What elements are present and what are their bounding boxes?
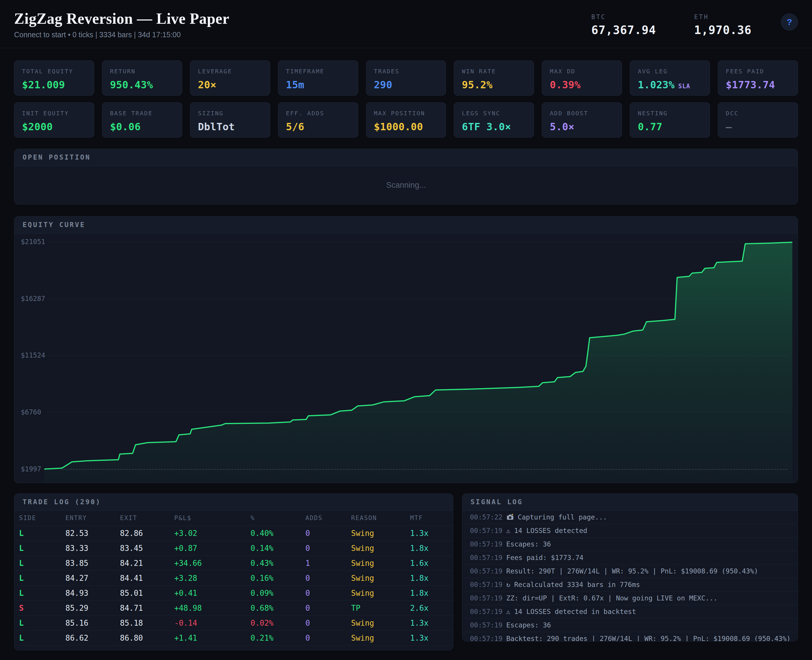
stat-value-text: 950.43% <box>110 79 153 90</box>
stat-value-text: 20× <box>198 79 216 90</box>
pnl-cell: +3.28 <box>174 574 251 582</box>
stat-label: NESTING <box>638 110 702 117</box>
equity-curve-svg <box>44 233 792 483</box>
pnl-cell: -0.14 <box>174 619 251 627</box>
signal-log-body[interactable]: 00:57:22Capturing full page...00:57:19⚠1… <box>462 511 798 641</box>
stat-value: 950.43% <box>110 79 174 90</box>
stat-card-avg-leg: AVG LEG1.023%SLA <box>630 60 710 96</box>
signal-log-panel: SIGNAL LOG 00:57:22Capturing full page..… <box>462 493 798 641</box>
equity-curve-panel: EQUITY CURVE $21051$16287$11524$6760$199… <box>14 216 798 483</box>
log-timestamp: 00:57:22 <box>470 513 503 521</box>
stat-label: LEGS SYNC <box>462 110 526 117</box>
exit-cell: 83.45 <box>120 544 174 553</box>
stat-card-leverage: LEVERAGE20× <box>190 60 270 96</box>
pct-cell: 0.40% <box>251 529 305 538</box>
side-cell: L <box>19 529 65 538</box>
trade-col-adds: ADDS <box>305 514 351 522</box>
adds-cell: 0 <box>305 589 351 598</box>
pct-cell: 0.02% <box>251 619 305 627</box>
chart-gridline <box>47 412 788 412</box>
reason-cell: Swing <box>351 634 410 643</box>
side-cell: L <box>19 544 65 553</box>
y-axis-label: $6760 <box>21 408 41 416</box>
stat-value-text: 5.0× <box>550 121 574 133</box>
pct-cell: 0.16% <box>251 574 305 582</box>
list-item: 00:57:19⚠14 LOSSES detected <box>462 524 798 538</box>
app-root: ZigZag Reversion — Live Paper Connect to… <box>0 0 812 660</box>
chart-gridline <box>47 298 788 299</box>
help-button[interactable]: ? <box>781 13 798 30</box>
chart-gridline <box>47 242 788 242</box>
list-item: 00:57:19Escapes: 36 <box>462 619 798 632</box>
camera-icon <box>506 513 514 521</box>
exit-cell: 86.80 <box>120 634 174 643</box>
pct-cell: 0.14% <box>251 544 305 553</box>
side-cell: L <box>19 634 65 643</box>
trade-log-body[interactable]: L82.5382.86+3.020.40%0Swing1.3xL83.3383.… <box>14 526 453 646</box>
y-axis-label: $21051 <box>21 238 45 246</box>
chart-gridline <box>61 469 788 470</box>
stat-value: $21.009 <box>22 79 86 90</box>
log-timestamp: 00:57:19 <box>470 635 503 641</box>
trade-col-pl: P&L$ <box>174 514 251 522</box>
log-message: Result: 290T | 276W/14L | WR: 95.2% | Pn… <box>506 567 758 575</box>
trade-log-title: TRADE LOG (290) <box>14 494 453 511</box>
ticker-btc-label: BTC <box>592 13 656 21</box>
stat-value: $2000 <box>22 121 86 133</box>
mtf-cell: 1.3x <box>410 619 453 627</box>
entry-cell: 83.85 <box>65 559 120 568</box>
stat-card-base-trade: BASE TRADE$0.06 <box>102 102 182 138</box>
stat-card-trades: TRADES290 <box>366 60 446 96</box>
list-item: 00:57:19⚠14 LOSSES detected in backtest <box>462 605 798 619</box>
warning-icon: ⚠ <box>506 527 511 535</box>
table-row: L85.1685.18-0.140.02%0Swing1.3x <box>14 616 453 631</box>
stat-card-timeframe: TIMEFRAME15m <box>278 60 358 96</box>
stat-value: 95.2% <box>462 79 526 90</box>
stat-label: AVG LEG <box>638 68 702 75</box>
stat-value: DblTot <box>198 121 262 133</box>
list-item: 00:57:19Fees paid: $1773.74 <box>462 551 798 565</box>
side-cell: L <box>19 589 65 598</box>
list-item: 00:57:19↻Recalculated 3334 bars in 776ms <box>462 578 798 592</box>
pnl-cell: +34.66 <box>174 559 251 568</box>
reason-cell: Swing <box>351 559 410 568</box>
table-row: L83.8584.21+34.660.43%1Swing1.6x <box>14 556 453 571</box>
log-message: Escapes: 36 <box>506 621 551 629</box>
open-position-title: OPEN POSITION <box>14 149 798 166</box>
log-message: 14 LOSSES detected <box>514 527 587 535</box>
list-item: 00:57:19Result: 290T | 276W/14L | WR: 95… <box>462 565 798 578</box>
stat-value-text: $0.06 <box>110 121 141 133</box>
trade-log-panel: TRADE LOG (290) SIDEENTRYEXITP&L$%ADDSRE… <box>14 493 453 650</box>
mtf-cell: 1.8x <box>410 544 453 553</box>
stat-card-sizing: SIZINGDblTot <box>190 102 270 138</box>
chart-gridline <box>47 355 788 355</box>
ticker-eth-value: 1,970.36 <box>694 24 752 36</box>
stat-value-text: DblTot <box>198 121 235 133</box>
stat-value: — <box>726 121 790 133</box>
log-message: Fees paid: $1773.74 <box>506 554 584 562</box>
stat-value-text: 290 <box>374 79 393 90</box>
stat-card-legs-sync: LEGS SYNC6TF 3.0× <box>454 102 534 138</box>
stat-label: TIMEFRAME <box>286 68 350 75</box>
stat-value: 0.39% <box>550 79 614 90</box>
ticker-btc: BTC 67,367.94 <box>592 13 656 36</box>
stat-value-text: 0.39% <box>550 79 580 90</box>
log-timestamp: 00:57:19 <box>470 621 503 629</box>
open-position-panel: OPEN POSITION Scanning... <box>14 149 798 205</box>
stat-value: 1.023%SLA <box>638 79 702 90</box>
y-axis-label: $11524 <box>21 351 45 359</box>
log-message: Capturing full page... <box>518 513 607 521</box>
adds-cell: 0 <box>305 604 351 612</box>
refresh-icon: ↻ <box>506 581 511 589</box>
warning-icon: ⚠ <box>506 608 511 616</box>
log-message: 14 LOSSES detected in backtest <box>514 608 636 616</box>
stat-label: TRADES <box>374 68 438 75</box>
stat-value-text: 0.77 <box>638 121 662 133</box>
stat-value: 290 <box>374 79 438 90</box>
stat-value: $0.06 <box>110 121 174 133</box>
y-axis-label: $1997 <box>21 465 41 473</box>
trade-col-mtf: MTF <box>410 514 453 522</box>
stat-card-total-equity: TOTAL EQUITY$21.009 <box>14 60 94 96</box>
entry-cell: 84.93 <box>65 589 120 598</box>
stat-card-eff-adds: EFF. ADDS5/6 <box>278 102 358 138</box>
